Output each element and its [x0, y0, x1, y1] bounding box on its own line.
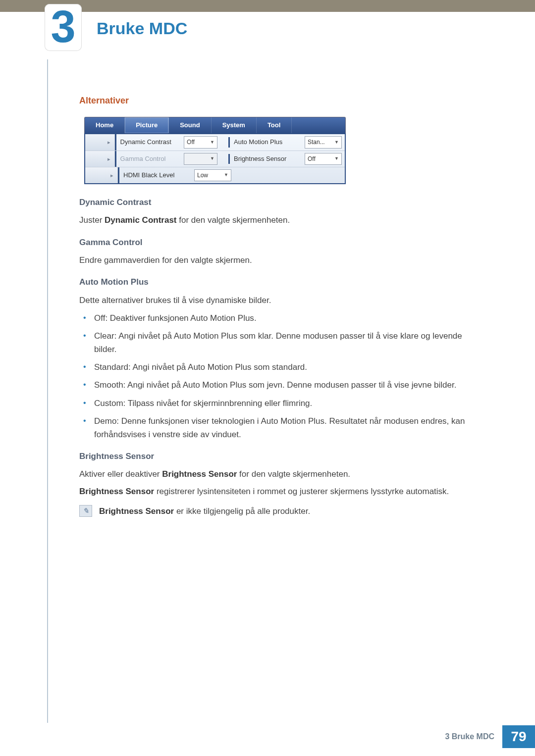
field-label-dynamic-contrast: Dynamic Contrast	[115, 134, 181, 151]
chapter-title: Bruke MDC	[97, 18, 190, 38]
subheading-dynamic-contrast: Dynamic Contrast	[79, 196, 485, 209]
page-content: Alternativer Home Picture Sound System T…	[79, 94, 485, 522]
tab-system[interactable]: System	[212, 117, 257, 133]
select-dynamic-contrast[interactable]: Off ▼	[184, 136, 217, 149]
chevron-down-icon: ▼	[210, 155, 214, 162]
row-expand-handle[interactable]: ▸	[85, 134, 115, 151]
note-text: Brightness Sensor er ikke tilgjengelig p…	[99, 505, 310, 518]
subheading-brightness-sensor: Brightness Sensor	[79, 450, 485, 463]
chapter-badge: 3	[45, 4, 82, 51]
select-gamma-control: ▼	[184, 153, 217, 165]
chapter-number: 3	[51, 4, 75, 49]
tab-bar: Home Picture Sound System Tool	[84, 117, 346, 133]
paragraph: Juster Dynamic Contrast for den valgte s…	[79, 214, 485, 227]
select-value: Low	[197, 171, 208, 180]
note: ✎ Brightness Sensor er ikke tilgjengelig…	[79, 505, 485, 522]
chevron-down-icon: ▼	[334, 155, 339, 162]
paragraph: Brightness Sensor registrerer lysintensi…	[79, 485, 485, 498]
select-value: Stan...	[308, 138, 325, 147]
row-expand-handle[interactable]: ▸	[85, 151, 115, 167]
list-item: Standard: Angi nivået på Auto Motion Plu…	[79, 361, 485, 374]
select-value: Off	[308, 154, 316, 164]
chevron-down-icon: ▼	[210, 139, 214, 146]
select-value: Off	[187, 138, 195, 147]
list-item: Custom: Tilpass nivået for skjerminnbren…	[79, 397, 485, 410]
list-item: Off: Deaktiver funksjonen Auto Motion Pl…	[79, 312, 485, 325]
tab-tool[interactable]: Tool	[257, 117, 292, 133]
options-panel: ▸ Dynamic Contrast Off ▼ Auto Motion Plu…	[84, 133, 346, 184]
tab-home[interactable]: Home	[85, 117, 125, 133]
paragraph: Endre gammaverdien for den valgte skjerm…	[79, 254, 485, 267]
section-title: Alternativer	[79, 94, 485, 108]
tab-sound[interactable]: Sound	[169, 117, 211, 133]
field-label-gamma-control: Gamma Control	[115, 151, 181, 167]
field-label-auto-motion-plus: Auto Motion Plus	[228, 137, 302, 147]
list-item: Clear: Angi nivået på Auto Motion Plus s…	[79, 330, 485, 356]
left-margin-rule	[47, 59, 48, 723]
select-hdmi-black-level[interactable]: Low ▼	[194, 169, 231, 181]
select-auto-motion-plus[interactable]: Stan... ▼	[305, 136, 342, 149]
subheading-auto-motion-plus: Auto Motion Plus	[79, 276, 485, 289]
subheading-gamma-control: Gamma Control	[79, 236, 485, 249]
field-label-hdmi-black-level: HDMI Black Level	[118, 167, 191, 183]
list-item: Smooth: Angi nivået på Auto Motion Plus …	[79, 379, 485, 392]
options-row: ▸ HDMI Black Level Low ▼	[85, 167, 345, 183]
footer-chapter-label: 3 Bruke MDC	[437, 725, 502, 748]
paragraph: Dette alternativer brukes til å vise dyn…	[79, 294, 485, 307]
field-label-brightness-sensor: Brightness Sensor	[228, 154, 302, 164]
options-row: ▸ Dynamic Contrast Off ▼ Auto Motion Plu…	[85, 134, 345, 151]
auto-motion-plus-list: Off: Deaktiver funksjonen Auto Motion Pl…	[79, 312, 485, 441]
tab-picture[interactable]: Picture	[125, 117, 169, 133]
chevron-down-icon: ▼	[334, 139, 339, 146]
note-icon: ✎	[79, 505, 92, 517]
page-footer: 3 Bruke MDC 79	[437, 725, 535, 748]
mdc-options-screenshot: Home Picture Sound System Tool ▸ Dynamic…	[84, 117, 346, 184]
paragraph: Aktiver eller deaktiver Brightness Senso…	[79, 468, 485, 481]
list-item: Demo: Denne funksjonen viser teknologien…	[79, 415, 485, 441]
chevron-down-icon: ▼	[224, 172, 228, 179]
options-row: ▸ Gamma Control ▼ Brightness Sensor Off …	[85, 151, 345, 167]
row-expand-handle[interactable]: ▸	[85, 167, 118, 183]
footer-page-number: 79	[502, 725, 535, 748]
select-brightness-sensor[interactable]: Off ▼	[305, 153, 342, 165]
